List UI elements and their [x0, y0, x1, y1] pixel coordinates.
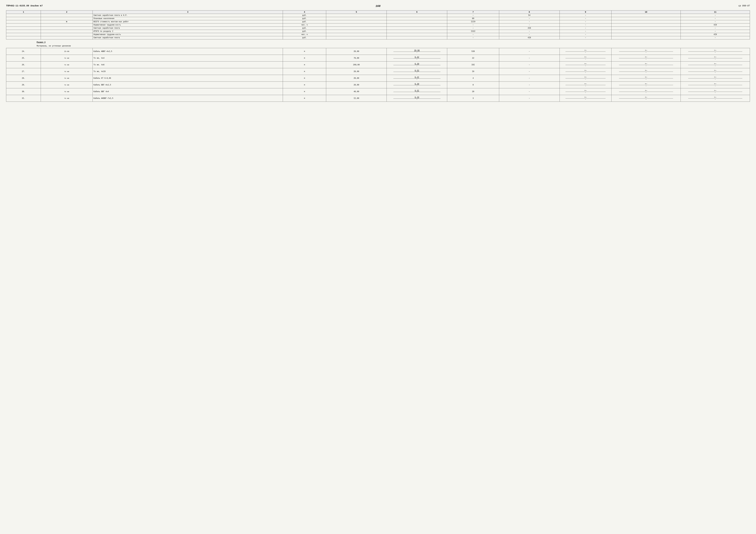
pre-row-7-col-9: –	[559, 36, 611, 39]
row-1-code: то же	[41, 55, 93, 62]
row-5-name: Кабель ВВГ–4х2,5	[93, 82, 283, 88]
row-0-num: 24.	[6, 48, 41, 55]
col-header-2: 2	[41, 11, 93, 14]
pre-row-6-col-10	[611, 33, 681, 36]
row-7-qty: I2,00	[326, 95, 387, 102]
row-2-qty: 260,00	[326, 62, 387, 68]
row-2-code: то же	[41, 62, 93, 68]
pre-row-3-col-5	[326, 23, 387, 27]
pre-row-5-col-2	[41, 30, 93, 33]
table-row: 3I.то жеКабель АКВВГ–7х2,5МI2,000,29–3–=…	[6, 95, 750, 102]
pre-row-1-col-8: –	[499, 17, 559, 20]
pre-row-3-col-4: чел.-ч	[283, 23, 326, 27]
pre-row-1-col-9: –	[559, 17, 611, 20]
pre-row-5-col-11: –	[681, 30, 750, 33]
row-7-code: то же	[41, 95, 93, 102]
row-7-price: 0,29–	[387, 95, 447, 102]
row-3-price: 0,52–	[387, 68, 447, 75]
pre-row-2-col-1	[6, 20, 41, 23]
pre-row-4-col-3: Сметная заработная плата	[93, 27, 283, 30]
row-7-num: 3I.	[6, 95, 41, 102]
row-2-col8: –	[499, 62, 559, 68]
pre-row-3-col-1	[6, 23, 41, 27]
row-3-qty: 20,00	[326, 68, 387, 75]
row-5-col8: –	[499, 82, 559, 88]
row-6-num: 30.	[6, 88, 41, 95]
row-2-col10: =—–	[611, 62, 681, 68]
row-3-code: то же	[41, 68, 93, 75]
pre-row-0-col-10	[611, 14, 681, 17]
pre-row-1-col-4: руб.	[283, 17, 326, 20]
row-0-col9: =—–	[559, 48, 611, 55]
row-2-name: То же. 4х6	[93, 62, 283, 68]
col-header-8: 8	[499, 11, 559, 14]
pre-row-0-col-2	[41, 14, 93, 17]
pre-row: Сметная заработная платаруб.–4I8––	[6, 36, 750, 39]
row-6-qty: 40,00	[326, 88, 387, 95]
row-4-unit: М	[283, 75, 326, 82]
pre-row-0-col-5	[326, 14, 387, 17]
pre-row: Нормативная трудоем-костьчел.-ч–––4I9	[6, 33, 750, 36]
pre-row-5-col-1	[6, 30, 41, 33]
row-2-num: 26.	[6, 62, 41, 68]
pre-row-0-col-1	[6, 14, 41, 17]
pre-row-5-col-3: ИТОГО по разделу 2	[93, 30, 283, 33]
row-5-qty: 20,00	[326, 82, 387, 88]
row-5-num: 29.	[6, 82, 41, 88]
pre-row-3-col-10	[611, 23, 681, 27]
col-header-10: 10	[611, 11, 681, 14]
col-header-4: 4	[283, 11, 326, 14]
row-1-col8: –	[499, 55, 559, 62]
table-row: 27.то жеТо же, 4хI0М20,000,52–I0–=—–=—–=…	[6, 68, 750, 75]
pre-row-2-col-11: –	[681, 20, 750, 23]
pre-row-5-col-9: –	[559, 30, 611, 33]
row-7-col9: =—–	[559, 95, 611, 102]
col-header-7: 7	[447, 11, 499, 14]
table-row: 26.то жеТо же. 4х6М260,000,39–IOI–=—–=—–…	[6, 62, 750, 68]
row-1-price: 0,32–	[387, 55, 447, 62]
pre-row-5-col-5	[326, 30, 387, 33]
row-0-name: Кабель АВВГ–4х2,5	[93, 48, 283, 55]
pre-row-6-col-11: 4I9	[681, 33, 750, 36]
row-1-qty: 70,00	[326, 55, 387, 62]
pre-row: №ВСЕГО стоимость монтаж-ных работруб.I2I…	[6, 20, 750, 23]
row-6-col9: =—–	[559, 88, 611, 95]
pre-row-7-col-4: руб.	[283, 36, 326, 39]
row-5-col7: 8	[447, 82, 499, 88]
pre-row-4-col-6	[387, 27, 447, 30]
table-row: 25.то жеТо же, 4х4М70,000,32–22–=—–=—–=—…	[6, 55, 750, 62]
row-5-col9: =—–	[559, 82, 611, 88]
pre-row-7-col-10	[611, 36, 681, 39]
pre-row-7-col-11: –	[681, 36, 750, 39]
pre-row-6-col-3: Нормативная трудоем-кость	[93, 33, 283, 36]
pre-row-4-col-9: –	[559, 27, 611, 30]
pre-row-4-col-7: –	[447, 27, 499, 30]
row-7-col10: =—–	[611, 95, 681, 102]
pre-row-5-col-7: I322	[447, 30, 499, 33]
row-0-col10: =—–	[611, 48, 681, 55]
table-row: 24.I5-09Кабель АВВГ–4х2,5М20,0026,96–539…	[6, 48, 750, 55]
pre-row-2-col-4: руб.	[283, 20, 326, 23]
pre-row-3-col-11: 4I9	[681, 23, 750, 27]
pre-row-5-col-10	[611, 30, 681, 33]
pre-row-4-col-2	[41, 27, 93, 30]
row-3-unit: М	[283, 68, 326, 75]
pre-row-6-col-2	[41, 33, 93, 36]
pre-row-4-col-8: 4I8	[499, 27, 559, 30]
row-3-col8: –	[499, 68, 559, 75]
pre-row-1-col-10	[611, 17, 681, 20]
pre-row-1-col-5	[326, 17, 387, 20]
pre-row-3-col-7: –	[447, 23, 499, 27]
row-0-qty: 20,00	[326, 48, 387, 55]
pre-row-2-col-3: ВСЕГО стоимость монтаж-ных работ	[93, 20, 283, 23]
pre-row-0-col-3: Сметная заработная плата в Н.Р.	[93, 14, 283, 17]
section3-subtitle: Материалы, не учтенные ценником	[6, 44, 750, 48]
header-right: ср 998-07	[738, 5, 750, 7]
row-6-code: то же	[41, 88, 93, 95]
pre-row: ИТОГО по разделу 2руб.I322–––	[6, 30, 750, 33]
row-6-name: Кабель ВВГ 4х4	[93, 88, 283, 95]
row-6-col10: =—–	[611, 88, 681, 95]
table-row: 30.то жеКабель ВВГ 4х4М40,009,5I–20–=—–=…	[6, 88, 750, 95]
pre-row-3-col-6	[387, 23, 447, 27]
row-2-col9: =—–	[559, 62, 611, 68]
